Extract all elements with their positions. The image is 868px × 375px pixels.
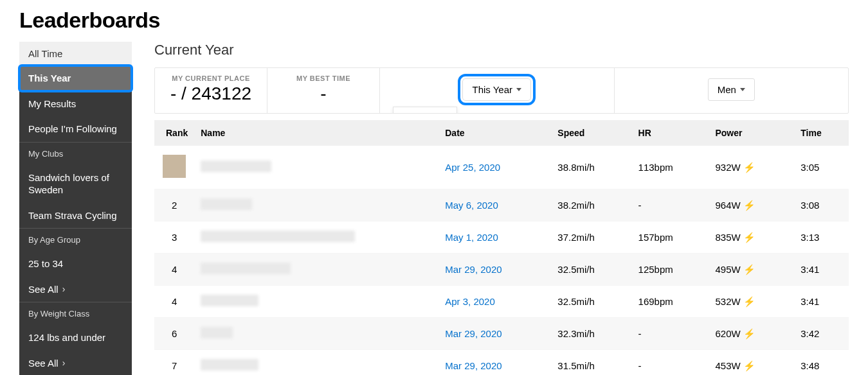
table-row: 4Mar 29, 202032.5mi/h125bpm495W⚡3:41 <box>154 254 849 286</box>
athlete-name-redacted <box>201 263 291 274</box>
bolt-icon: ⚡ <box>743 264 755 275</box>
col-time: Time <box>794 120 849 146</box>
table-row: 6Mar 29, 202032.3mi/h-620W⚡3:42 <box>154 318 849 350</box>
cell-hr: - <box>632 350 709 376</box>
card-best-time: MY BEST TIME - <box>267 68 380 113</box>
card-time-filter: This Year Today This Week This Month Thi… <box>380 68 615 113</box>
cell-name[interactable] <box>194 222 439 254</box>
sidebar-item-club-sandwich-lovers[interactable]: Sandwich lovers of Sweden <box>19 165 132 203</box>
avatar <box>163 155 186 178</box>
time-filter-dropdown-menu: Today This Week This Month This Year <box>393 107 457 114</box>
cell-time: 3:41 <box>794 254 849 286</box>
cell-rank: 6 <box>154 318 194 350</box>
caret-down-icon <box>516 88 521 91</box>
athlete-name-redacted <box>201 327 233 338</box>
table-row: 3May 1, 202037.2mi/h157bpm835W⚡3:13 <box>154 222 849 254</box>
cell-rank: 4 <box>154 254 194 286</box>
cell-time: 3:42 <box>794 318 849 350</box>
leaderboard-table: Rank Name Date Speed HR Power Time Apr 2… <box>154 120 849 375</box>
time-option-today[interactable]: Today <box>393 112 457 114</box>
sidebar-label-age-group: By Age Group <box>19 228 132 251</box>
activity-date-link[interactable]: Apr 25, 2020 <box>445 162 500 173</box>
cell-power: 495W⚡ <box>709 254 794 286</box>
cell-power: 620W⚡ <box>709 318 794 350</box>
cell-speed: 31.5mi/h <box>551 350 631 376</box>
col-speed: Speed <box>551 120 631 146</box>
best-time-label: MY BEST TIME <box>278 74 369 82</box>
table-row: Apr 25, 202038.8mi/h113bpm932W⚡3:05 <box>154 146 849 189</box>
cell-date[interactable]: Mar 29, 2020 <box>439 318 551 350</box>
section-title: Current Year <box>154 42 849 58</box>
activity-date-link[interactable]: Mar 29, 2020 <box>445 360 502 371</box>
col-hr: HR <box>632 120 709 146</box>
cell-rank: 3 <box>154 222 194 254</box>
cell-time: 3:08 <box>794 189 849 222</box>
sidebar-item-people-following[interactable]: People I'm Following <box>19 116 132 142</box>
card-gender-filter: Men <box>615 68 849 113</box>
cell-date[interactable]: May 1, 2020 <box>439 222 551 254</box>
cell-power: 964W⚡ <box>709 189 794 222</box>
card-current-place: MY CURRENT PLACE - / 243122 <box>155 68 267 113</box>
bolt-icon: ⚡ <box>743 232 755 243</box>
cell-time: 3:05 <box>794 146 849 189</box>
cell-name[interactable] <box>194 146 439 189</box>
cell-date[interactable]: May 6, 2020 <box>439 189 551 222</box>
bolt-icon: ⚡ <box>743 296 755 307</box>
time-filter-label: This Year <box>472 84 512 95</box>
cell-name[interactable] <box>194 286 439 318</box>
col-rank: Rank <box>154 120 194 146</box>
bolt-icon: ⚡ <box>743 360 755 371</box>
cell-name[interactable] <box>194 318 439 350</box>
cell-date[interactable]: Mar 29, 2020 <box>439 350 551 376</box>
sidebar-item-this-year[interactable]: This Year <box>19 65 132 91</box>
current-place-value: - / 243122 <box>165 83 257 104</box>
sidebar-item-club-team-strava[interactable]: Team Strava Cycling <box>19 203 132 229</box>
sidebar-item-age-25-34[interactable]: 25 to 34 <box>19 251 132 277</box>
activity-date-link[interactable]: May 6, 2020 <box>445 200 498 211</box>
gender-filter-label: Men <box>718 84 736 95</box>
activity-date-link[interactable]: Mar 29, 2020 <box>445 264 502 275</box>
best-time-value: - <box>278 83 369 104</box>
cell-date[interactable]: Mar 29, 2020 <box>439 254 551 286</box>
sidebar-label-my-clubs: My Clubs <box>19 142 132 165</box>
cell-speed: 38.2mi/h <box>551 189 631 222</box>
athlete-name-redacted <box>201 359 258 371</box>
cell-date[interactable]: Apr 3, 2020 <box>439 286 551 318</box>
sidebar-item-my-results[interactable]: My Results <box>19 91 132 117</box>
activity-date-link[interactable]: Apr 3, 2020 <box>445 296 495 307</box>
sidebar-item-age-see-all[interactable]: See All <box>19 277 132 302</box>
current-place-label: MY CURRENT PLACE <box>165 74 257 82</box>
cell-speed: 32.3mi/h <box>551 318 631 350</box>
table-row: 7Mar 29, 202031.5mi/h-453W⚡3:48 <box>154 350 849 376</box>
cell-date[interactable]: Apr 25, 2020 <box>439 146 551 189</box>
athlete-name-redacted <box>201 231 355 242</box>
sidebar-item-weight-124[interactable]: 124 lbs and under <box>19 325 132 351</box>
bolt-icon: ⚡ <box>743 200 755 211</box>
cell-rank: 2 <box>154 189 194 222</box>
sidebar-item-weight-see-all[interactable]: See All <box>19 351 132 376</box>
cell-power: 453W⚡ <box>709 350 794 376</box>
cell-power: 835W⚡ <box>709 222 794 254</box>
cell-hr: 157bpm <box>632 222 709 254</box>
activity-date-link[interactable]: Mar 29, 2020 <box>445 328 502 339</box>
table-row: 4Apr 3, 202032.5mi/h169bpm532W⚡3:41 <box>154 286 849 318</box>
athlete-name-redacted <box>201 295 258 306</box>
cell-rank: 7 <box>154 350 194 376</box>
activity-date-link[interactable]: May 1, 2020 <box>445 232 498 243</box>
sidebar-label-weight-class: By Weight Class <box>19 302 132 325</box>
cell-speed: 37.2mi/h <box>551 222 631 254</box>
cell-speed: 32.5mi/h <box>551 254 631 286</box>
cell-name[interactable] <box>194 254 439 286</box>
page-title: Leaderboards <box>19 8 849 33</box>
cell-name[interactable] <box>194 350 439 376</box>
see-all-label: See All <box>28 283 59 296</box>
sidebar-item-all-time[interactable]: All Time <box>19 42 132 65</box>
main-content: Current Year MY CURRENT PLACE - / 243122… <box>154 42 849 375</box>
see-all-label: See All <box>28 357 59 370</box>
cell-name[interactable] <box>194 189 439 222</box>
gender-filter-dropdown-button[interactable]: Men <box>708 78 755 101</box>
summary-cards: MY CURRENT PLACE - / 243122 MY BEST TIME… <box>154 67 849 114</box>
cell-speed: 32.5mi/h <box>551 286 631 318</box>
col-power: Power <box>709 120 794 146</box>
time-filter-dropdown-button[interactable]: This Year <box>462 78 531 101</box>
